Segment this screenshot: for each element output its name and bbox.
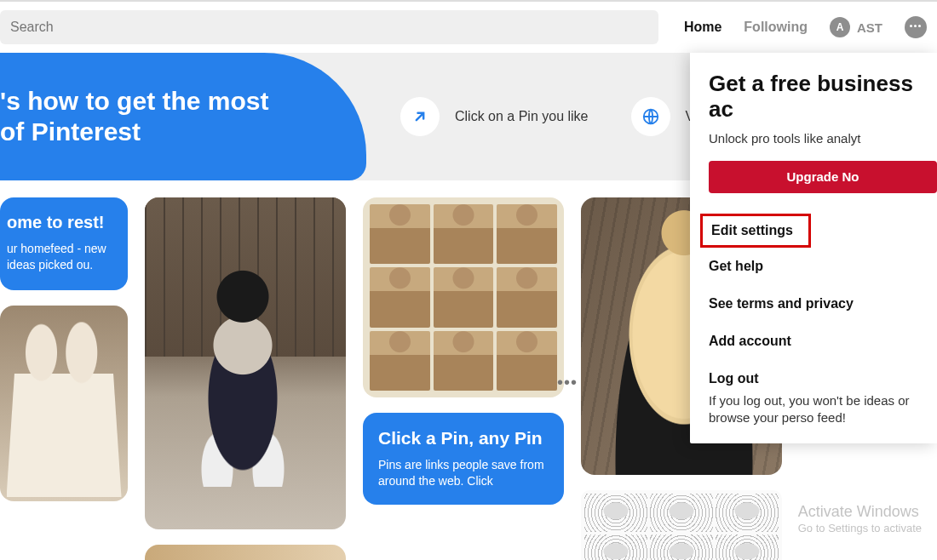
header: Home Following A AST — [0, 2, 937, 53]
pin-wedding-dress[interactable] — [0, 306, 128, 501]
user-name: AST — [857, 20, 882, 35]
more-icon[interactable]: ••• — [557, 373, 578, 392]
sketch-cell — [716, 534, 779, 561]
hero-line1: 's how to get the most — [0, 87, 268, 115]
braid-cell — [370, 267, 430, 327]
feed-col-1: ome to rest! ur homefeed - new ideas pic… — [0, 197, 128, 560]
sketch-cell — [650, 494, 713, 532]
feed-col-2 — [145, 197, 346, 560]
arrow-up-right-icon — [400, 97, 440, 136]
tip-click-pin[interactable]: Click on a Pin you like — [400, 97, 589, 136]
chat-icon[interactable] — [905, 16, 927, 38]
clickpin-title: Click a Pin, any Pin — [378, 428, 549, 449]
braid-cell — [434, 204, 494, 264]
clickpin-body: Pins are links people save from around t… — [378, 457, 549, 489]
braid-cell — [434, 267, 494, 327]
braid-cell — [497, 267, 557, 327]
account-dropdown: Get a free business ac Unlock pro tools … — [690, 53, 937, 443]
hero-headline: 's how to get the most of Pinterest — [0, 53, 366, 180]
braid-cell — [370, 204, 430, 264]
clickpin-card[interactable]: Click a Pin, any Pin Pins are links peop… — [363, 413, 564, 505]
menu-get-help[interactable]: Get help — [709, 248, 937, 285]
hero-line2: of Pinterest — [0, 117, 141, 146]
sketch-cell — [650, 534, 713, 561]
pin-woman-sitting[interactable] — [145, 197, 346, 529]
braid-cell — [434, 331, 494, 391]
pin-hair-sketches[interactable] — [581, 490, 782, 560]
search-input[interactable] — [10, 20, 648, 35]
nav-home[interactable]: Home — [684, 20, 721, 35]
upgrade-button[interactable]: Upgrade No — [709, 161, 937, 193]
menu-terms-privacy[interactable]: See terms and privacy — [709, 285, 937, 323]
braid-cell — [497, 204, 557, 264]
welcome-title: ome to rest! — [7, 213, 112, 232]
welcome-body: ur homefeed - new ideas picked ou. — [7, 241, 112, 273]
sketch-cell — [584, 534, 647, 561]
pin-braids-wrap: ••• — [363, 197, 564, 397]
feed-col-3: ••• Click a Pin, any Pin Pins are links … — [363, 197, 564, 560]
dropdown-title: Get a free business ac — [709, 71, 937, 123]
nav-following[interactable]: Following — [744, 20, 808, 35]
sketch-cell — [716, 494, 779, 532]
menu-add-account[interactable]: Add account — [709, 323, 937, 360]
pin-fashion[interactable] — [145, 545, 346, 560]
user-block[interactable]: A AST — [830, 17, 882, 37]
tip1-text: Click on a Pin you like — [455, 108, 589, 126]
pin-braids-grid[interactable] — [363, 197, 564, 397]
globe-icon — [631, 97, 670, 136]
dropdown-list: Edit settings Get help See terms and pri… — [709, 214, 937, 427]
sketch-cell — [584, 494, 647, 532]
menu-edit-settings[interactable]: Edit settings — [700, 214, 811, 248]
braid-cell — [497, 331, 557, 391]
search-box[interactable] — [0, 10, 658, 44]
dropdown-subtitle: Unlock pro tools like analyt — [709, 131, 937, 146]
avatar: A — [830, 17, 850, 37]
nav-links: Home Following A AST — [684, 16, 927, 38]
welcome-card[interactable]: ome to rest! ur homefeed - new ideas pic… — [0, 197, 128, 290]
braid-cell — [370, 331, 430, 391]
logout-note: If you log out, you won't be ideas or br… — [709, 392, 937, 427]
